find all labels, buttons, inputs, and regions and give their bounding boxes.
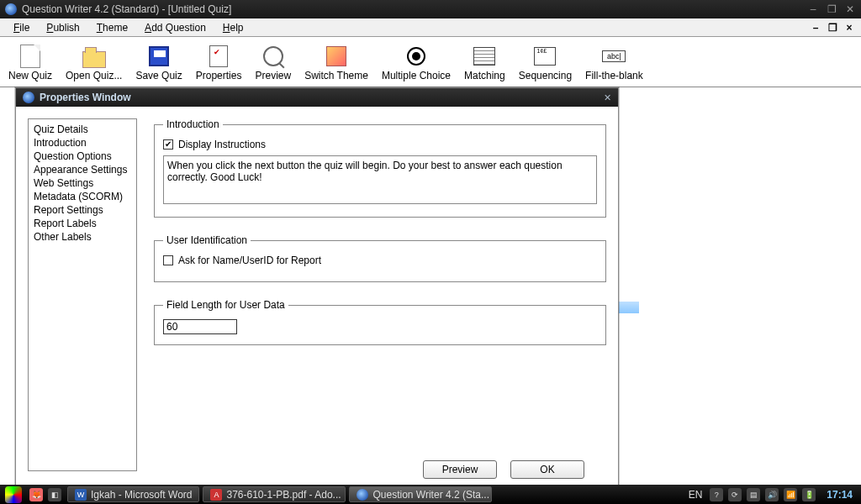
properties-dialog: Properties Window ✕ Quiz Details Introdu…	[15, 87, 619, 486]
fill-blank-icon: abc|	[602, 50, 626, 62]
tool-properties[interactable]: Properties	[193, 43, 246, 83]
menu-file[interactable]: File	[5, 20, 38, 35]
dialog-titlebar[interactable]: Properties Window ✕	[16, 88, 618, 107]
field-length-legend: Field Length for User Data	[163, 299, 288, 311]
tool-label: Switch Theme	[304, 70, 368, 81]
tool-matching[interactable]: Matching	[461, 43, 509, 83]
tool-label: Fill-the-blank	[585, 70, 643, 81]
properties-icon	[209, 45, 228, 67]
nav-appearance-settings[interactable]: Appearance Settings	[34, 163, 131, 176]
ask-name-label: Ask for Name/UserID for Report	[178, 255, 321, 266]
taskbar: 🦊 ◧ W Igkah - Microsoft Word A 376-610-1…	[0, 485, 861, 504]
properties-nav: Quiz Details Introduction Question Optio…	[28, 118, 137, 471]
menu-publish[interactable]: Publish	[38, 20, 87, 35]
task-word[interactable]: W Igkah - Microsoft Word	[67, 486, 199, 502]
volume-tray-icon[interactable]: 🔊	[765, 488, 779, 501]
introduction-legend: Introduction	[163, 118, 223, 130]
minimize-button[interactable]: –	[807, 3, 819, 15]
tool-label: Sequencing	[519, 70, 572, 81]
field-length-input[interactable]	[163, 319, 237, 334]
tool-label: New Quiz	[8, 70, 52, 81]
radio-icon	[407, 47, 425, 66]
properties-content: Introduction Display Instructions User I…	[154, 118, 606, 474]
display-instructions-label: Display Instructions	[178, 139, 266, 150]
window-title: Question Writer 4.2 (Standard) - [Untitl…	[22, 3, 800, 15]
tool-open-quiz[interactable]: Open Quiz...	[62, 43, 125, 83]
mdi-minimize-button[interactable]: –	[809, 22, 822, 34]
task-label: Question Writer 4.2 (Sta...	[372, 489, 489, 501]
menu-theme[interactable]: Theme	[88, 20, 136, 35]
task-question-writer[interactable]: Question Writer 4.2 (Sta...	[349, 486, 492, 502]
display-instructions-checkbox[interactable]	[163, 139, 173, 150]
firefox-icon[interactable]: 🦊	[29, 488, 43, 501]
nav-report-settings[interactable]: Report Settings	[34, 203, 131, 217]
task-pdf[interactable]: A 376-610-1-PB.pdf - Ado...	[203, 486, 346, 502]
dialog-close-button[interactable]: ✕	[604, 92, 611, 103]
tool-label: Save Quiz	[135, 70, 182, 81]
nav-question-options[interactable]: Question Options	[34, 150, 131, 163]
matching-icon	[473, 47, 495, 66]
instructions-textarea[interactable]	[163, 155, 597, 204]
ask-name-checkbox[interactable]	[163, 255, 173, 265]
app-launcher-icon[interactable]: ◧	[48, 488, 61, 501]
save-icon	[149, 46, 169, 66]
tool-switch-theme[interactable]: Switch Theme	[301, 43, 372, 83]
introduction-group: Introduction Display Instructions	[154, 118, 606, 218]
qw-icon	[357, 489, 368, 501]
nav-metadata-scorm[interactable]: Metadata (SCORM)	[34, 190, 131, 203]
new-file-icon	[20, 45, 40, 68]
maximize-button[interactable]: ❐	[826, 3, 837, 15]
menu-add-question[interactable]: Add Question	[136, 20, 214, 35]
network-tray-icon[interactable]: ▤	[747, 488, 760, 501]
tool-sequencing[interactable]: Sequencing	[515, 43, 575, 83]
tool-fill-the-blank[interactable]: abc| Fill-the-blank	[582, 43, 647, 83]
toolbar: New Quiz Open Quiz... Save Quiz Properti…	[0, 37, 861, 87]
user-identification-legend: User Identification	[163, 234, 251, 246]
tool-label: Open Quiz...	[66, 70, 122, 81]
wifi-tray-icon[interactable]: 📶	[784, 488, 797, 501]
nav-introduction[interactable]: Introduction	[34, 136, 131, 150]
dialog-ok-button[interactable]: OK	[510, 460, 584, 479]
start-button[interactable]	[5, 486, 22, 503]
workspace: Properties Window ✕ Quiz Details Introdu…	[0, 87, 861, 485]
tool-multiple-choice[interactable]: Multiple Choice	[378, 43, 454, 83]
help-tray-icon[interactable]: ?	[710, 488, 723, 501]
task-label: Igkah - Microsoft Word	[91, 489, 192, 501]
nav-report-labels[interactable]: Report Labels	[34, 217, 131, 230]
menu-help[interactable]: Help	[214, 20, 252, 35]
app-icon	[5, 3, 17, 15]
folder-open-icon	[82, 51, 106, 68]
tool-new-quiz[interactable]: New Quiz	[5, 43, 55, 83]
dialog-preview-button[interactable]: Preview	[423, 460, 497, 479]
theme-icon	[326, 46, 346, 66]
nav-quiz-details[interactable]: Quiz Details	[34, 123, 131, 136]
field-length-group: Field Length for User Data	[154, 299, 606, 345]
magnifier-icon	[263, 46, 283, 66]
taskbar-clock[interactable]: 17:14	[818, 489, 861, 501]
window-titlebar: Question Writer 4.2 (Standard) - [Untitl…	[0, 0, 861, 18]
tool-save-quiz[interactable]: Save Quiz	[132, 43, 185, 83]
battery-tray-icon[interactable]: 🔋	[802, 488, 816, 501]
sync-tray-icon[interactable]: ⟳	[728, 488, 742, 501]
language-indicator[interactable]: EN	[684, 489, 708, 501]
pdf-icon: A	[210, 489, 222, 501]
dialog-icon	[23, 92, 34, 103]
tool-label: Properties	[196, 70, 242, 81]
mdi-restore-button[interactable]: ❐	[826, 22, 839, 34]
mdi-close-button[interactable]: ×	[843, 22, 856, 34]
sequencing-icon	[534, 47, 556, 66]
menubar: File Publish Theme Add Question Help – ❐…	[0, 18, 861, 37]
tool-preview[interactable]: Preview	[251, 43, 294, 83]
task-label: 376-610-1-PB.pdf - Ado...	[226, 489, 341, 501]
nav-other-labels[interactable]: Other Labels	[34, 230, 131, 244]
close-button[interactable]: ✕	[844, 3, 856, 15]
user-identification-group: User Identification Ask for Name/UserID …	[154, 234, 606, 282]
tool-label: Matching	[464, 70, 505, 81]
dialog-title: Properties Window	[40, 92, 604, 103]
word-icon: W	[75, 489, 87, 501]
tool-label: Preview	[255, 70, 291, 81]
nav-web-settings[interactable]: Web Settings	[34, 176, 131, 190]
tool-label: Multiple Choice	[382, 70, 451, 81]
